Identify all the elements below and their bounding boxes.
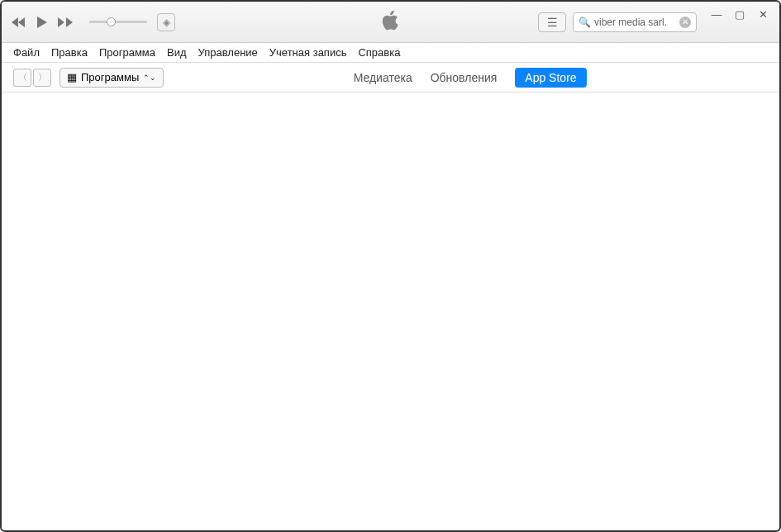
menu-edit[interactable]: Правка — [51, 46, 88, 59]
list-view-button[interactable]: ☰ — [538, 12, 566, 32]
tab-appstore[interactable]: App Store — [515, 68, 586, 88]
search-value: viber media sarl. — [594, 17, 667, 28]
menu-help[interactable]: Справка — [358, 46, 400, 59]
apple-logo — [382, 10, 400, 35]
airplay-button[interactable]: ◈ — [157, 13, 175, 31]
category-selector[interactable]: ▦ Программы ⌃⌄ — [60, 68, 164, 88]
chevron-down-icon: ⌃⌄ — [143, 74, 156, 82]
maximize-button[interactable]: ▢ — [730, 7, 750, 21]
grid-icon: ▦ — [67, 71, 77, 83]
menu-bar: Файл Правка Программа Вид Управление Уче… — [2, 43, 779, 63]
play-button[interactable] — [33, 13, 51, 31]
next-track-button[interactable] — [56, 13, 74, 31]
tab-media[interactable]: Медиатека — [354, 71, 412, 84]
search-input[interactable]: 🔍 viber media sarl. ✕ — [573, 12, 697, 32]
clear-search-icon[interactable]: ✕ — [679, 17, 691, 28]
close-button[interactable]: ✕ — [753, 7, 773, 21]
menu-controls[interactable]: Управление — [198, 46, 258, 59]
search-icon: 🔍 — [579, 17, 591, 28]
forward-button[interactable]: 〉 — [33, 69, 51, 87]
tab-updates[interactable]: Обновления — [431, 71, 498, 84]
volume-slider[interactable] — [89, 21, 147, 23]
category-label: Программы — [81, 71, 139, 83]
menu-file[interactable]: Файл — [13, 46, 40, 59]
minimize-button[interactable]: — — [707, 7, 726, 21]
menu-app[interactable]: Программа — [99, 46, 155, 59]
back-button[interactable]: 〈 — [13, 69, 31, 87]
prev-track-button[interactable] — [10, 13, 28, 31]
menu-view[interactable]: Вид — [167, 46, 187, 59]
menu-account[interactable]: Учетная запись — [269, 46, 347, 59]
